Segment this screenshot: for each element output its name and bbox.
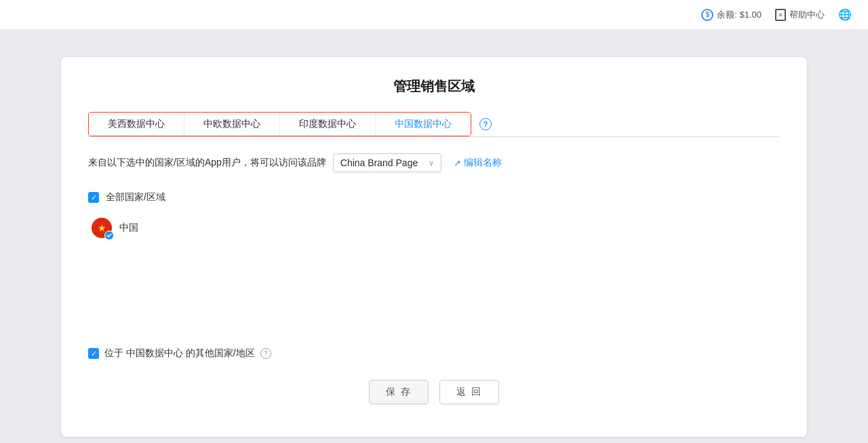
flag-check-badge — [104, 231, 114, 240]
other-countries-checkbox[interactable]: ✓ — [88, 348, 99, 359]
checkmark-icon-2: ✓ — [91, 350, 97, 358]
help-center-item[interactable]: ≡ 帮助中心 — [775, 9, 825, 21]
edit-name-link[interactable]: ↗ 编辑名称 — [454, 157, 502, 169]
globe-icon: 🌐 — [838, 8, 852, 21]
help-center-label: 帮助中心 — [789, 9, 825, 21]
topbar: $ 余额: $1.00 ≡ 帮助中心 🌐 — [0, 0, 868, 30]
brand-select[interactable]: China Brand Page ∨ — [333, 153, 441, 172]
page-title: 管理销售区域 — [88, 77, 780, 96]
tab-container: 美西数据中心 中欧数据中心 印度数据中心 中国数据中心 — [88, 112, 471, 136]
bottom-help-icon[interactable]: ? — [260, 348, 271, 359]
balance-icon: $ — [701, 9, 713, 21]
balance-label: 余额: $1.00 — [717, 9, 762, 21]
china-country-name: 中国 — [119, 222, 138, 234]
main-content: 管理销售区域 美西数据中心 中欧数据中心 印度数据中心 中国数据中心 ? 来自以… — [0, 30, 868, 443]
tabs-row: 美西数据中心 中欧数据中心 印度数据中心 中国数据中心 ? — [88, 112, 780, 137]
buttons-row: 保 存 返 回 — [88, 380, 780, 404]
tab-us[interactable]: 美西数据中心 — [89, 113, 184, 136]
card: 管理销售区域 美西数据中心 中欧数据中心 印度数据中心 中国数据中心 ? 来自以… — [61, 57, 807, 437]
other-countries-label: 位于 中国数据中心 的其他国家/地区 — [104, 347, 255, 360]
brand-select-value: China Brand Page — [340, 157, 423, 168]
star-icon: ★ — [98, 223, 106, 233]
description-label: 来自以下选中的国家/区域的App用户，将可以访问该品牌 — [88, 157, 326, 169]
language-item[interactable]: 🌐 — [838, 8, 852, 21]
all-regions-row: ✓ 全部国家/区域 — [88, 191, 780, 204]
all-regions-checkbox[interactable]: ✓ — [88, 192, 99, 203]
bottom-checkbox-row: ✓ 位于 中国数据中心 的其他国家/地区 ? — [88, 347, 780, 360]
save-button[interactable]: 保 存 — [369, 380, 429, 404]
edit-label: 编辑名称 — [464, 157, 502, 169]
checkmark-icon: ✓ — [91, 194, 97, 201]
help-icon: ≡ — [775, 9, 786, 21]
all-regions-label: 全部国家/区域 — [106, 191, 165, 204]
tab-in[interactable]: 印度数据中心 — [280, 113, 376, 136]
content-row: 来自以下选中的国家/区域的App用户，将可以访问该品牌 China Brand … — [88, 153, 780, 172]
balance-item[interactable]: $ 余额: $1.00 — [701, 9, 762, 21]
tab-eu[interactable]: 中欧数据中心 — [184, 113, 280, 136]
china-country-row: ★ 中国 — [88, 217, 780, 239]
edit-icon: ↗ — [454, 158, 461, 168]
tab-cn[interactable]: 中国数据中心 — [376, 113, 471, 136]
tabs-help-icon[interactable]: ? — [479, 118, 492, 130]
china-flag-wrap: ★ — [91, 217, 113, 239]
chevron-down-icon: ∨ — [429, 159, 434, 168]
return-button[interactable]: 返 回 — [439, 380, 499, 404]
